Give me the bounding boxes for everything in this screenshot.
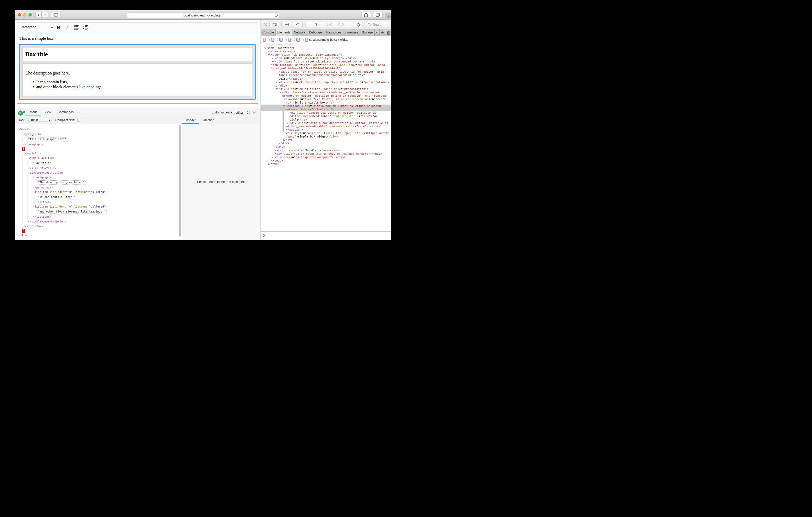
svg-text:2: 2 bbox=[74, 27, 75, 30]
svg-text:5: 5 bbox=[24, 111, 25, 113]
svg-text:1: 1 bbox=[74, 25, 75, 27]
